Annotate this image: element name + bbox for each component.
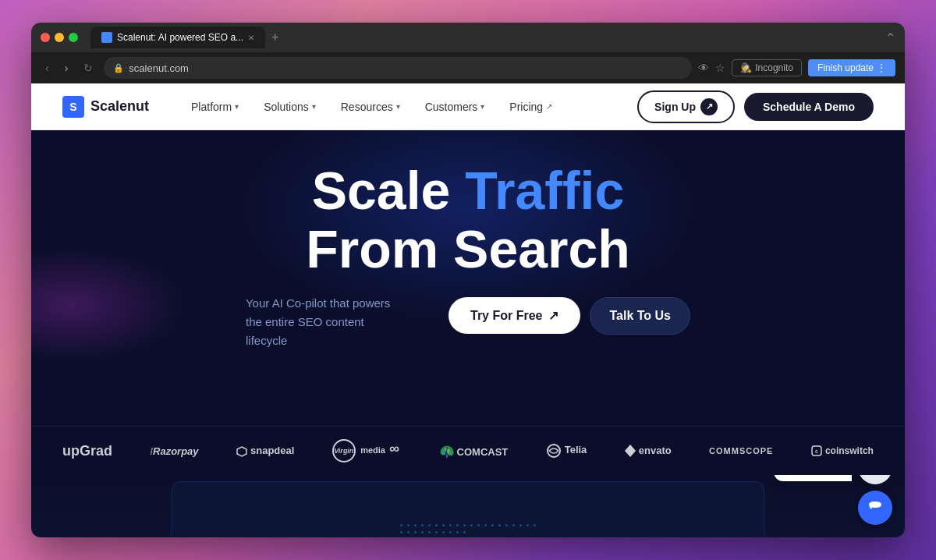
traffic-lights (41, 33, 78, 42)
nav-solutions-label: Solutions (264, 101, 309, 113)
browser-nav-right: 👁 ☆ 🕵 Incognito Finish update ⋮ (698, 59, 895, 76)
brand-telia: Telia (546, 443, 587, 459)
nav-item-resources[interactable]: Resources ▾ (330, 96, 411, 118)
maximize-button[interactable] (69, 33, 78, 42)
back-button[interactable]: ‹ (41, 58, 54, 77)
url-text: scalenut.com (129, 62, 189, 74)
external-link-icon: ↗ (546, 102, 552, 111)
hero-section: Scale Traffic From Search Your AI Co-pil… (31, 130, 905, 426)
try-free-label: Try For Free (470, 309, 542, 323)
logo-text: Scalenut (90, 98, 149, 115)
chevron-down-icon: ▾ (480, 102, 484, 111)
tab-title: Scalenut: AI powered SEO a... (117, 32, 243, 43)
nav-platform-label: Platform (191, 101, 232, 113)
forward-button[interactable]: › (60, 58, 73, 77)
brand-razorpay: /Razorpay (150, 445, 198, 457)
minimize-button[interactable] (55, 33, 64, 42)
url-bar[interactable]: 🔒 scalenut.com (104, 57, 692, 79)
svg-text:c: c (815, 448, 818, 454)
incognito-button[interactable]: 🕵 Incognito (732, 59, 802, 76)
hero-content: Your AI Co-pilot that powers the entire … (195, 294, 741, 350)
chevron-down-icon: ▾ (396, 102, 400, 111)
brand-virgin: Virgin media ∞ (332, 439, 401, 463)
title-bar: Scalenut: AI powered SEO a... ✕ + ⌃ (31, 23, 905, 52)
menu-dots-icon: ⋮ (877, 62, 886, 73)
signup-label: Sign Up (654, 101, 696, 113)
new-tab-button[interactable]: + (268, 30, 282, 44)
refresh-button[interactable]: ↻ (79, 58, 98, 77)
arrow-icon: ↗ (548, 308, 558, 323)
chevron-down-icon: ▾ (312, 102, 316, 111)
nav-customers-label: Customers (425, 101, 478, 113)
site-nav: Platform ▾ Solutions ▾ Resources ▾ Custo… (180, 96, 563, 118)
nav-item-platform[interactable]: Platform ▾ (180, 96, 250, 118)
site-header-right: Sign Up ↗ Schedule A Demo (637, 90, 874, 123)
nav-resources-label: Resources (341, 101, 393, 113)
nav-pricing-label: Pricing (509, 101, 543, 113)
chat-launcher-button[interactable] (858, 491, 892, 525)
finish-update-button[interactable]: Finish update ⋮ (808, 59, 895, 76)
window-controls: ⌃ (885, 30, 895, 45)
incognito-label: Incognito (755, 62, 793, 73)
browser-window: Scalenut: AI powered SEO a... ✕ + ⌃ ‹ › … (31, 23, 905, 537)
preview-dots (392, 516, 544, 538)
talk-to-us-button[interactable]: Talk To Us (590, 297, 690, 335)
svg-marker-0 (237, 447, 246, 456)
tab-favicon (101, 32, 112, 43)
preview-box (172, 481, 764, 537)
talk-label: Talk To Us (609, 309, 671, 322)
close-button[interactable] (41, 33, 50, 42)
site-logo[interactable]: S Scalenut (62, 96, 149, 118)
brand-commscope: COMMSCOPE (709, 446, 773, 455)
try-free-button[interactable]: Try For Free ↗ (448, 297, 580, 334)
signup-button[interactable]: Sign Up ↗ (637, 90, 735, 123)
lock-icon: 🔒 (113, 63, 124, 73)
bookmark-icon[interactable]: ☆ (715, 62, 725, 74)
nav-item-pricing[interactable]: Pricing ↗ (498, 96, 563, 118)
website-content: S Scalenut Platform ▾ Solutions ▾ Resour… (31, 83, 905, 537)
brand-snapdeal: snapdeal (236, 445, 294, 457)
brand-envato: envato (625, 445, 672, 458)
chat-avatar[interactable] (858, 475, 892, 484)
incognito-icon: 🕵 (740, 62, 752, 73)
chevron-down-icon: ▾ (235, 102, 239, 111)
logo-icon: S (62, 96, 84, 118)
tab-close-icon[interactable]: ✕ (248, 34, 254, 42)
hero-title-part1: Scale (312, 161, 466, 220)
hero-title-highlight: Traffic (465, 161, 624, 220)
hero-buttons: Try For Free ↗ Talk To Us (448, 294, 690, 335)
signup-arrow-icon: ↗ (700, 98, 718, 115)
brand-coinswitch: ccoinswitch (811, 445, 874, 457)
logo-strip: upGrad /Razorpay snapdeal Virgin media ∞… (31, 426, 905, 475)
site-header: S Scalenut Platform ▾ Solutions ▾ Resour… (31, 83, 905, 130)
demo-button[interactable]: Schedule A Demo (744, 93, 874, 121)
chat-bubble: Hey There! (774, 475, 852, 481)
nav-item-solutions[interactable]: Solutions ▾ (253, 96, 327, 118)
brand-upgrad: upGrad (62, 443, 112, 459)
preview-area: Hey There! (31, 475, 905, 537)
hero-title: Scale Traffic From Search (306, 161, 630, 278)
hero-title-part2: From Search (306, 219, 630, 278)
active-tab[interactable]: Scalenut: AI powered SEO a... ✕ (90, 27, 265, 48)
nav-item-customers[interactable]: Customers ▾ (414, 96, 496, 118)
tab-bar: Scalenut: AI powered SEO a... ✕ + (90, 27, 879, 48)
chat-widget: Hey There! (774, 475, 892, 525)
demo-label: Schedule A Demo (763, 101, 855, 113)
browser-nav-bar: ‹ › ↻ 🔒 scalenut.com 👁 ☆ 🕵 Incognito Fin… (31, 52, 905, 83)
hero-subtitle: Your AI Co-pilot that powers the entire … (246, 294, 402, 350)
eye-off-icon: 👁 (698, 62, 709, 74)
finish-update-label: Finish update (817, 62, 874, 73)
brand-comcast: 🦚COMCAST (439, 444, 509, 459)
